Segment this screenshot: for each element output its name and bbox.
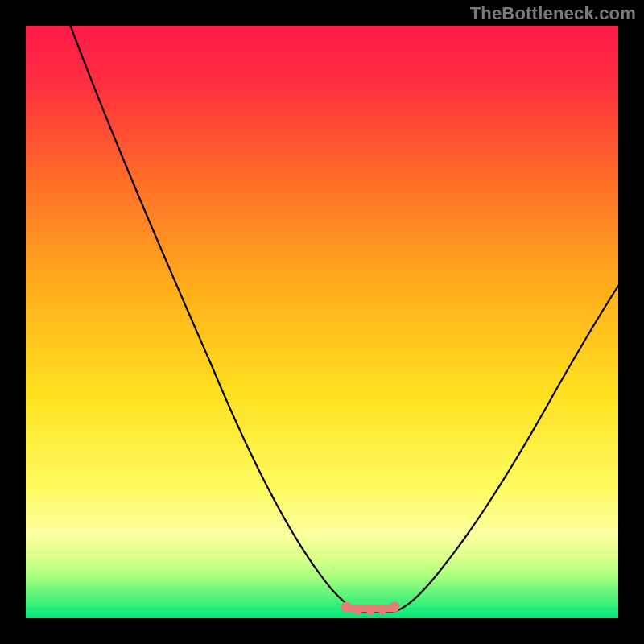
plot-area (26, 26, 618, 618)
bottleneck-chart: TheBottleneck.com (0, 0, 644, 644)
chart-svg (26, 26, 618, 618)
watermark-text: TheBottleneck.com (470, 3, 636, 24)
svg-point-11 (379, 608, 386, 615)
gradient-background (26, 26, 618, 618)
svg-point-8 (390, 602, 400, 613)
svg-point-10 (367, 609, 374, 616)
svg-point-9 (355, 608, 362, 615)
